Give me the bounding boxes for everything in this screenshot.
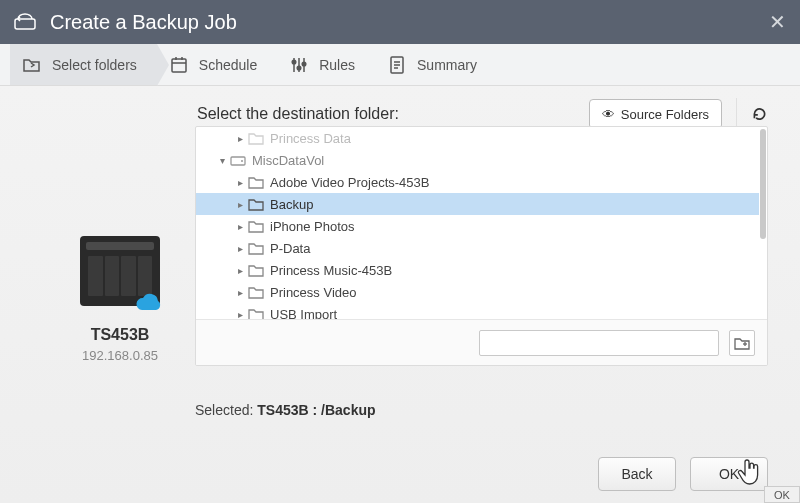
destination-heading: Select the destination folder: (197, 105, 399, 123)
source-folders-label: Source Folders (621, 107, 709, 122)
sliders-icon (289, 55, 309, 75)
tooltip-ok: OK (764, 486, 800, 503)
new-folder-button[interactable] (729, 330, 755, 356)
svg-point-16 (241, 160, 243, 162)
folder-label: P-Data (270, 241, 310, 256)
folder-label: iPhone Photos (270, 219, 355, 234)
folder-icon (248, 131, 264, 145)
selected-path: Selected: TS453B : /Backup (195, 402, 376, 418)
folder-label: Adobe Video Projects-453B (270, 175, 429, 190)
device-ip: 192.168.0.85 (55, 348, 185, 363)
svg-point-10 (302, 62, 306, 66)
new-folder-icon (734, 336, 750, 350)
step-label: Select folders (52, 57, 137, 73)
folder-icon (248, 219, 264, 233)
ok-button[interactable]: OK (690, 457, 768, 491)
folder-icon (248, 285, 264, 299)
tree-row[interactable]: ▸ Princess Music-453B (196, 259, 759, 281)
titlebar: Create a Backup Job ✕ (0, 0, 800, 44)
step-label: Rules (319, 57, 355, 73)
folder-label: Princess Music-453B (270, 263, 392, 278)
step-rules[interactable]: Rules (277, 44, 375, 85)
svg-rect-0 (15, 19, 35, 29)
tree-row[interactable]: ▸ USB Import (196, 303, 759, 319)
close-icon[interactable]: ✕ (769, 12, 786, 32)
path-input[interactable] (479, 330, 719, 356)
scrollbar-thumb[interactable] (760, 129, 766, 239)
cloud-overlay-icon (134, 288, 164, 318)
tree-row-volume[interactable]: ▾ MiscDataVol (196, 149, 759, 171)
source-folders-button[interactable]: 👁 Source Folders (589, 99, 722, 129)
folder-icon (248, 307, 264, 319)
expander-icon[interactable]: ▸ (234, 199, 246, 210)
refresh-icon (751, 104, 768, 124)
document-icon (387, 55, 407, 75)
calendar-icon (169, 55, 189, 75)
back-button[interactable]: Back (598, 457, 676, 491)
svg-point-9 (297, 66, 301, 70)
svg-point-8 (292, 60, 296, 64)
folder-label: Princess Data (270, 131, 351, 146)
dialog-body: Select the destination folder: 👁 Source … (0, 86, 800, 503)
expander-icon[interactable]: ▸ (234, 287, 246, 298)
expander-icon[interactable]: ▸ (234, 133, 246, 144)
dialog-window: Create a Backup Job ✕ Select folders Sch… (0, 0, 800, 503)
expander-icon[interactable]: ▸ (234, 265, 246, 276)
step-label: Summary (417, 57, 477, 73)
nas-icon (80, 236, 160, 316)
device-name: TS453B (55, 326, 185, 344)
expander-icon[interactable]: ▸ (234, 177, 246, 188)
eye-icon: 👁 (602, 107, 615, 122)
folder-label: Princess Video (270, 285, 356, 300)
tree-row[interactable]: ▸ Princess Data (196, 127, 759, 149)
folder-icon (248, 175, 264, 189)
tree-row-selected[interactable]: ▸ Backup (196, 193, 759, 215)
step-select-folders[interactable]: Select folders (10, 44, 157, 85)
tree-row[interactable]: ▸ Princess Video (196, 281, 759, 303)
folder-icon (248, 241, 264, 255)
tree-row[interactable]: ▸ iPhone Photos (196, 215, 759, 237)
device-panel: TS453B 192.168.0.85 (55, 236, 185, 363)
path-bar (196, 319, 767, 365)
footer-buttons: Back OK (0, 457, 800, 491)
wizard-steps: Select folders Schedule Rules Summary (0, 44, 800, 86)
svg-rect-1 (172, 59, 186, 72)
tree-row[interactable]: ▸ Adobe Video Projects-453B (196, 171, 759, 193)
tree-row[interactable]: ▸ P-Data (196, 237, 759, 259)
dialog-title: Create a Backup Job (50, 11, 237, 34)
folder-tree-panel: ▸ Princess Data ▾ MiscDataVol ▸ Adobe Vi… (195, 126, 768, 366)
folder-tree[interactable]: ▸ Princess Data ▾ MiscDataVol ▸ Adobe Vi… (196, 127, 759, 319)
drive-icon (230, 153, 246, 167)
folder-label: USB Import (270, 307, 337, 320)
step-schedule[interactable]: Schedule (157, 44, 277, 85)
folder-icon (248, 263, 264, 277)
expander-icon[interactable]: ▾ (216, 155, 228, 166)
selected-prefix: Selected: (195, 402, 257, 418)
volume-label: MiscDataVol (252, 153, 324, 168)
step-summary[interactable]: Summary (375, 44, 497, 85)
expander-icon[interactable]: ▸ (234, 221, 246, 232)
folder-icon (248, 197, 264, 211)
selected-value: TS453B : /Backup (257, 402, 375, 418)
folders-arrow-icon (22, 55, 42, 75)
folder-label: Backup (270, 197, 313, 212)
backup-icon (14, 13, 36, 31)
expander-icon[interactable]: ▸ (234, 243, 246, 254)
expander-icon[interactable]: ▸ (234, 309, 246, 320)
step-label: Schedule (199, 57, 257, 73)
